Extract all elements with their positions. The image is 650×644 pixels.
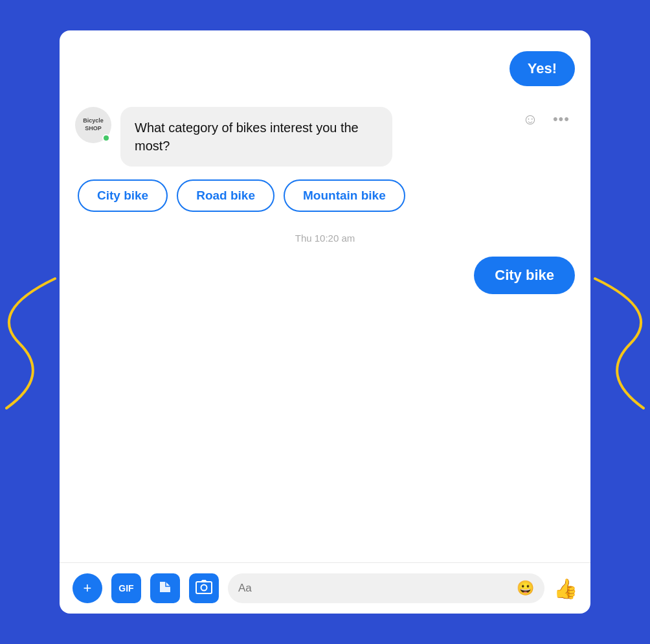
bot-avatar-text: BicycleSHOP [83,117,104,132]
add-button[interactable]: + [73,573,102,603]
plus-icon: + [84,580,92,597]
bot-avatar: BicycleSHOP [75,107,111,143]
message-input-wrap: 😀 [228,573,544,603]
photo-button[interactable] [189,573,219,603]
chat-window: Yes! BicycleSHOP What category of bikes … [60,30,590,614]
user-bubble-yes: Yes! [510,51,575,86]
quick-reply-road-bike[interactable]: Road bike [177,179,275,212]
user-message-yes: Yes! [75,51,575,86]
message-input[interactable] [238,582,511,595]
reaction-emoji-button[interactable]: ☺ [518,107,543,132]
svg-rect-0 [196,582,212,593]
bot-bubble: What category of bikes interest you the … [120,107,392,167]
timestamp: Thu 10:20 am [75,233,575,244]
gif-icon: GIF [118,583,133,593]
online-status-dot [102,134,110,142]
emoji-input-button[interactable]: 😀 [517,580,534,597]
thumbsup-icon: 👍 [554,578,577,599]
quick-reply-city-bike[interactable]: City bike [78,179,168,212]
quick-replies: City bike Road bike Mountain bike [78,179,575,212]
bot-message-actions: ☺ ••• [518,107,575,132]
user-message-city-bike: City bike [75,257,575,294]
gif-button[interactable]: GIF [111,573,141,603]
chat-toolbar: + GIF [60,562,590,614]
chat-messages: Yes! BicycleSHOP What category of bikes … [60,30,590,562]
user-bubble-city-bike: City bike [474,257,575,294]
quick-reply-mountain-bike[interactable]: Mountain bike [284,179,405,212]
sticker-button[interactable] [150,573,180,603]
more-options-button[interactable]: ••• [548,108,575,130]
smiley-icon: 😀 [517,580,534,596]
photo-icon [196,580,212,597]
svg-point-1 [201,584,207,590]
sticker-icon [157,579,173,598]
bot-message-row: BicycleSHOP What category of bikes inter… [75,107,575,167]
thumbsup-button[interactable]: 👍 [554,577,577,600]
